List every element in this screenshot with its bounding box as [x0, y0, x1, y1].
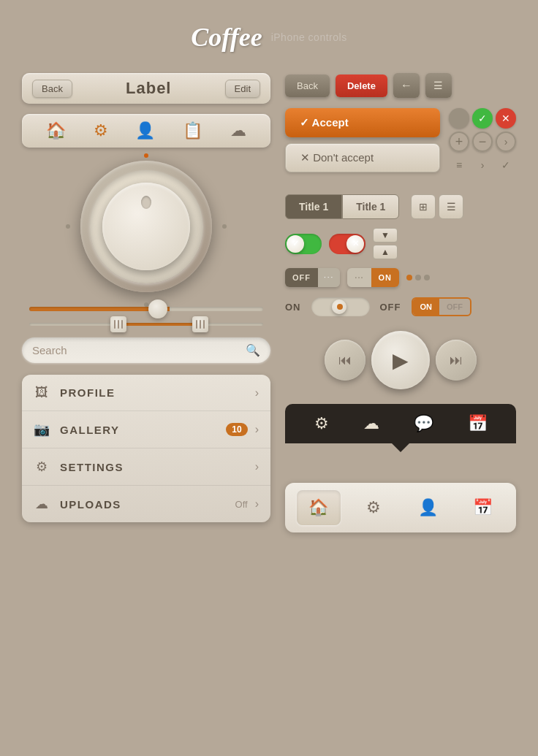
- x-mark: ✕: [352, 239, 359, 248]
- dot-1: [406, 275, 412, 280]
- grip-line: [196, 320, 197, 329]
- knob-indicator: [144, 153, 148, 158]
- stepper-up[interactable]: ▲: [373, 245, 398, 259]
- slide-toggle-track[interactable]: [311, 297, 370, 316]
- chevron-icon: ›: [472, 155, 493, 175]
- menu-item-uploads[interactable]: ☁ UPLOADS Off ›: [22, 486, 270, 522]
- view-toggle: ⊞ ☰: [411, 194, 463, 219]
- right-delete-button[interactable]: Delete: [336, 75, 387, 97]
- person-icon[interactable]: 👤: [135, 121, 155, 140]
- knob-middle[interactable]: [90, 170, 203, 283]
- toggle-off-red[interactable]: ✕: [329, 234, 365, 254]
- slider-thumb-1[interactable]: [148, 299, 167, 318]
- segment-tabs: Title 1 Title 1: [285, 194, 399, 219]
- action-buttons: ✓ Accept ✕ Don't accept: [285, 108, 440, 172]
- menu-label-settings: SETTINGS: [60, 461, 255, 473]
- slider-track-2[interactable]: [29, 323, 263, 326]
- pill-off-1[interactable]: OFF: [285, 268, 318, 287]
- pill-off-btn[interactable]: OFF: [439, 299, 470, 315]
- slider-section: [22, 307, 270, 326]
- media-player: ⏮ ▶ ⏭: [285, 331, 516, 389]
- circle-chevron[interactable]: ›: [496, 131, 516, 152]
- circle-plus[interactable]: +: [449, 131, 469, 152]
- slider-thumb-right[interactable]: [192, 316, 208, 332]
- grip-line: [203, 320, 205, 329]
- menu-label-uploads: UPLOADS: [60, 498, 235, 511]
- nav-label: Label: [126, 79, 171, 98]
- app-subtitle: iPhone controls: [271, 31, 347, 43]
- prev-button[interactable]: ⏮: [325, 340, 365, 381]
- search-placeholder: Search: [32, 344, 67, 356]
- circle-green[interactable]: ✓: [472, 108, 493, 129]
- dot-2: [415, 275, 421, 280]
- tab-profile[interactable]: 👤: [406, 490, 450, 525]
- gallery-icon: 📷: [34, 421, 50, 438]
- menu-button[interactable]: ☰: [425, 73, 452, 98]
- search-icon: 🔍: [246, 343, 260, 357]
- pill-off-2[interactable]: ···: [347, 268, 371, 287]
- left-arrow-icon: ←: [401, 79, 412, 92]
- uploads-off-label: Off: [235, 499, 248, 510]
- circle-minus[interactable]: −: [472, 131, 493, 152]
- slider-track-1[interactable]: [29, 307, 263, 311]
- pill-on-btn[interactable]: ON: [413, 299, 440, 315]
- tab-calendar[interactable]: 📅: [461, 490, 505, 525]
- check-mark: ✓: [292, 239, 299, 248]
- toggle-thumb-left: ✓: [287, 235, 304, 253]
- toggle-on-green[interactable]: ✓: [285, 234, 322, 254]
- dont-accept-button[interactable]: ✕ Don't accept: [285, 143, 440, 172]
- menu-item-profile[interactable]: 🖼 PROFILE ›: [22, 375, 270, 411]
- knob-outer[interactable]: [80, 161, 212, 292]
- gallery-chevron: ›: [255, 423, 259, 436]
- segment-tab-2[interactable]: Title 1: [342, 194, 399, 219]
- bottom-tab-bar: 🏠 ⚙ 👤 📅: [285, 483, 516, 532]
- right-back-button[interactable]: Back: [285, 75, 330, 97]
- list-icon[interactable]: 📋: [183, 121, 202, 140]
- back-button[interactable]: Back: [32, 80, 72, 98]
- grip-line: [200, 320, 201, 329]
- accept-button[interactable]: ✓ Accept: [285, 108, 440, 137]
- pill-on-2[interactable]: ON: [371, 268, 400, 287]
- tab-home[interactable]: 🏠: [297, 490, 341, 525]
- menu-list: 🖼 PROFILE › 📷 GALLERY 10 › ⚙ SETTINGS › …: [22, 375, 270, 522]
- stepper: ▼ ▲: [373, 228, 398, 259]
- dark-gear-icon[interactable]: ⚙: [314, 414, 329, 433]
- dark-cloud-icon[interactable]: ☁: [363, 414, 379, 433]
- search-bar[interactable]: Search 🔍: [22, 337, 270, 363]
- segment-tab-1[interactable]: Title 1: [285, 194, 342, 219]
- next-button[interactable]: ⏭: [436, 340, 477, 381]
- slide-on-label: ON: [285, 302, 301, 313]
- right-column: Back Delete ← ☰ ✓ Accept ✕ Don't accept: [285, 73, 516, 532]
- play-button[interactable]: ▶: [371, 331, 430, 389]
- toggle-thumb-right: ✕: [346, 235, 364, 253]
- home-icon[interactable]: 🏠: [46, 121, 66, 140]
- knob-inner[interactable]: [102, 183, 190, 270]
- three-dots: [406, 275, 430, 280]
- stepper-down[interactable]: ▼: [373, 228, 398, 243]
- uploads-icon: ☁: [34, 496, 50, 512]
- grid-view-btn[interactable]: ⊞: [411, 194, 436, 219]
- knob-section: [22, 161, 270, 292]
- left-arrow-button[interactable]: ←: [393, 73, 420, 98]
- dark-calendar-icon[interactable]: 📅: [468, 414, 488, 433]
- hamburger-icon: ☰: [433, 80, 443, 91]
- edit-button[interactable]: Edit: [225, 80, 260, 98]
- circle-red[interactable]: ✕: [496, 108, 516, 129]
- menu-item-settings[interactable]: ⚙ SETTINGS ›: [22, 448, 270, 486]
- grip-line: [121, 320, 123, 329]
- grip-line: [118, 320, 119, 329]
- check-icon: ✓: [496, 155, 516, 175]
- nav-bar: Back Label Edit: [22, 73, 270, 104]
- tab-settings[interactable]: ⚙: [352, 490, 395, 525]
- menu-item-gallery[interactable]: 📷 GALLERY 10 ›: [22, 411, 270, 448]
- knob-tick-left: [66, 224, 70, 229]
- dark-chat-icon[interactable]: 💬: [414, 414, 433, 433]
- pill-dots-1: ···: [318, 268, 340, 287]
- slide-toggle-row: ON OFF ON OFF: [285, 297, 516, 316]
- slider-thumb-left[interactable]: [110, 316, 126, 332]
- gear-icon[interactable]: ⚙: [94, 121, 108, 140]
- list-view-btn[interactable]: ☰: [439, 194, 463, 219]
- segment-row: Title 1 Title 1 ⊞ ☰: [285, 194, 516, 219]
- cloud-upload-icon[interactable]: ☁: [230, 121, 246, 140]
- gallery-badge: 10: [226, 423, 247, 436]
